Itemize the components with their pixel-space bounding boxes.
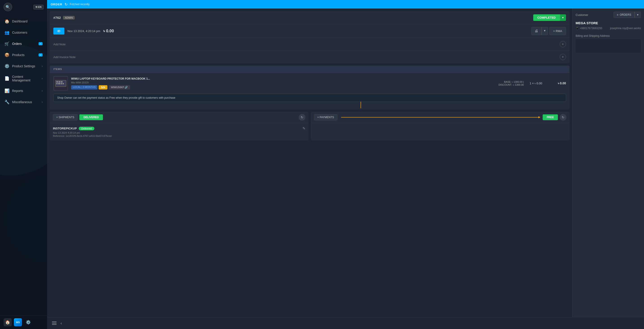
products-badge: + [38,54,42,56]
tooltip-box: Shop Owner can set the payment status as… [53,94,566,102]
language-badge[interactable]: বাং EN [34,5,44,10]
sidebar-item-reports[interactable]: 📊 Reports › [0,85,47,96]
status-dropdown-button[interactable]: ▾ [560,14,566,21]
customer-section-label: Customer [576,13,588,16]
orders-dropdown-button[interactable]: ▾ [634,12,641,18]
left-panel: #762 ADMIN COMPLETED ▾ ID Nov 13 2024, 4… [47,8,572,317]
shipments-refresh-button[interactable]: ↻ [299,114,306,121]
sidebar-item-miscellaneous[interactable]: 🔧 Miscellaneous › [0,96,47,108]
orders-btn-group: ≡ ORDERS ▾ [614,12,641,18]
sn-tag[interactable]: S/N [99,85,107,90]
reports-icon: 📊 [4,88,10,93]
shipments-body: INSTOREPICKUP Delivered ✎ Nov 13 2024 4:… [50,123,308,140]
shipment-date: Nov 13 2024 4:20:14 pm [53,132,306,134]
svg-rect-8 [61,83,62,84]
item-discount: DISCOUNT: -৳ 1300.00 [492,84,524,86]
shipments-header: + SHIPMENTS DELIVERED ↻ [50,112,308,123]
edit-shipment-button[interactable]: ✎ [302,126,306,130]
sidebar-nav: 🏠 Dashboard 👥 Customers 🛒 Orders + 📦 Pro… [0,14,47,315]
orders-icon: 🛒 [4,41,10,46]
sidebar-item-label: Miscellaneous [12,100,39,104]
sidebar-bottom: 🏠 MS ⚙️ [0,315,47,329]
items-card: ITEMS [50,66,570,110]
payments-refresh-button[interactable]: ↻ [560,114,566,121]
right-panel: Customer ≡ ORDERS ▾ MEGA STORE 📱 +880176… [572,8,644,317]
content-icon: 📄 [4,76,10,81]
items-header: ITEMS [50,66,570,73]
admin-badge: ADMIN [63,16,74,20]
avatar[interactable]: MS [14,318,22,326]
customer-row: MEGA STORE [576,21,641,25]
delivered-status-button[interactable]: DELIVERED [80,114,103,120]
home-button[interactable]: 🏠 [4,318,12,326]
customer-phone: 📱 +88017673663293 [576,27,602,30]
rma-button[interactable]: + RMA [549,27,566,35]
sidebar-item-orders[interactable]: 🛒 Orders + [0,38,47,49]
sidebar-item-products[interactable]: 📦 Products + [0,49,47,60]
sidebar-header: 🔍 বাং EN [0,0,47,14]
customer-name: MEGA STORE [576,21,598,25]
refresh-button[interactable]: ↻ [64,2,68,6]
order-id-button[interactable]: ID [53,28,64,34]
search-button[interactable]: 🔍 [4,3,12,11]
status-completed-button[interactable]: COMPLETED [533,14,560,21]
products-icon: 📦 [4,52,10,58]
content-area: #762 ADMIN COMPLETED ▾ ID Nov 13 2024, 4… [47,8,644,317]
billing-address-box [576,39,641,53]
sidebar-item-label: Product Settings [12,64,39,68]
bottom-panels: + SHIPMENTS DELIVERED ↻ INSTOREPICKUP De… [50,112,570,140]
item-quantity: 1 × ৳ 0.00 [527,82,545,85]
sidebar-item-label: Products [12,53,36,57]
phone-icon: 📱 [576,27,580,30]
sidebar-item-product-settings[interactable]: ⚙️ Product Settings › [0,60,47,72]
customers-icon: 👥 [4,30,10,35]
sidebar-item-label: Reports [12,89,39,92]
local-tag: LOCAL | 3 MONTHS [71,85,97,90]
svg-rect-9 [62,83,64,84]
add-invoice-note-button[interactable]: + [560,54,566,60]
topbar: ORDER ↻ Fetched recently [47,0,644,8]
bottom-toolbar: ‹ [47,317,644,329]
settings-button[interactable]: ⚙️ [24,318,32,326]
delivered-badge: Delivered [79,127,94,130]
main-area: ORDER ↻ Fetched recently #762 ADMIN COMP… [47,0,644,329]
add-note-button[interactable]: + [560,41,566,47]
fetched-recently-text: Fetched recently [70,3,90,6]
sidebar-item-content-management[interactable]: 📄 Content Management › [0,72,47,85]
order-meta-row: ID Nov 13 2024, 4:20:14 pm ৳ 0.00 🖨 ▾ + … [50,24,570,38]
shipment-method: INSTOREPICKUP [53,127,77,130]
print-button[interactable]: 🖨 [531,27,542,35]
order-date: Nov 13 2024, 4:20:14 pm [68,30,100,33]
item-tags: LOCAL | 3 MONTHS S/N WIWU50KP 🔗 [71,85,489,90]
item-name: WIWU LAPTOP KEYBOARD PROTECTOR FOR MACBO… [71,77,489,80]
print-dropdown-button[interactable]: ▾ [542,27,548,35]
misc-icon: 🔧 [4,100,10,104]
sidebar-item-label: Dashboard [12,20,42,23]
dashboard-icon: 🏠 [4,19,10,24]
sidebar: 🔍 বাং EN 🏠 Dashboard 👥 Customers 🛒 Order… [0,0,47,329]
hamburger-button[interactable] [51,320,58,327]
shipments-panel: + SHIPMENTS DELIVERED ↻ INSTOREPICKUP De… [50,112,308,140]
add-shipment-button[interactable]: + SHIPMENTS [53,114,78,120]
chevron-right-icon: › [42,64,42,68]
order-number: #762 [53,16,61,20]
svg-rect-6 [56,83,58,84]
orders-button[interactable]: ≡ ORDERS [614,12,634,18]
sidebar-item-label: Customers [12,31,42,34]
order-label: ORDER [51,3,62,6]
item-pricing: BASE: ৳ 1300.00 | DISCOUNT: -৳ 1300.00 [492,80,524,86]
free-status-button[interactable]: FREE [543,114,558,120]
add-payment-button[interactable]: + PAYMENTS [314,114,338,120]
sidebar-item-dashboard[interactable]: 🏠 Dashboard [0,16,47,27]
back-button[interactable]: ‹ [60,321,62,326]
order-header-card: #762 ADMIN COMPLETED ▾ ID Nov 13 2024, 4… [50,11,570,63]
add-note-row[interactable]: Add Note + [50,38,570,50]
order-amount: ৳ 0.00 [103,29,114,34]
sidebar-item-customers[interactable]: 👥 Customers [0,27,47,38]
customer-email: josephine.roy@xen.works [610,27,641,30]
sidebar-item-label: Orders [12,42,36,46]
payments-header: + PAYMENTS ▶ FREE ↻ [311,112,570,123]
coupon-tag[interactable]: WIWU50KP 🔗 [109,85,130,90]
add-invoice-note-row[interactable]: Add Invoice Note + [50,50,570,63]
billing-label: Billing and Shipping Address [576,34,641,38]
